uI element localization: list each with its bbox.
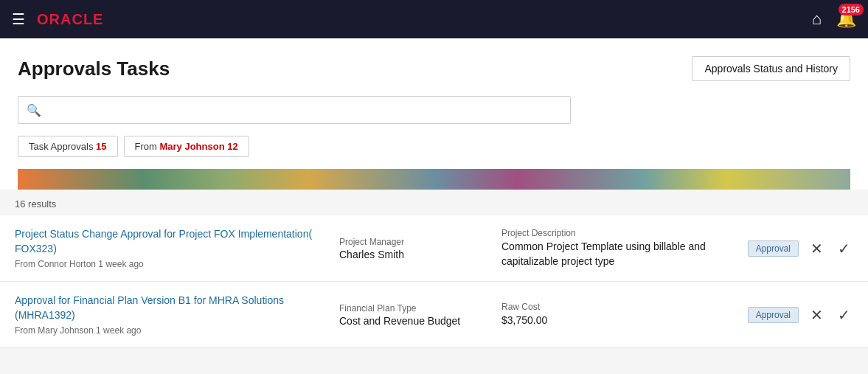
task-desc-2: Raw Cost $3,750.00 [501, 302, 733, 328]
search-container: 🔍 [18, 96, 850, 124]
filter-tab-approvals[interactable]: Task Approvals 15 [18, 136, 118, 157]
task-field-2: Financial Plan Type Cost and Revenue Bud… [339, 303, 487, 327]
oracle-logo: ORACLE [37, 11, 103, 28]
top-navigation: ☰ ORACLE ⌂ 🔔 2156 [0, 0, 868, 38]
page-title: Approvals Tasks [18, 58, 170, 80]
task-list: Project Status Change Approval for Proje… [0, 215, 868, 348]
filter-tab-from-count: 12 [227, 141, 237, 152]
filter-tab-from-label: From [135, 141, 160, 152]
task-from-2: From Mary Johnson 1 week ago [15, 325, 324, 336]
approval-badge-1: Approval [748, 240, 799, 257]
home-icon[interactable]: ⌂ [812, 10, 822, 29]
task-desc-value-2: $3,750.00 [501, 314, 733, 328]
hamburger-icon[interactable]: ☰ [12, 10, 25, 28]
main-content: Approvals Tasks Approvals Status and His… [0, 38, 868, 190]
notification-badge: 2156 [839, 4, 864, 15]
table-row: Approval for Financial Plan Version B1 f… [0, 282, 868, 348]
task-field-label-2: Financial Plan Type [339, 303, 487, 314]
approval-badge-2: Approval [748, 307, 799, 323]
filter-tab-approvals-count: 15 [96, 141, 106, 152]
notification-bell[interactable]: 🔔 2156 [836, 10, 856, 29]
filter-tab-from-name: Mary Johnson [159, 141, 224, 152]
search-icon: 🔍 [27, 103, 41, 117]
color-banner [18, 169, 850, 190]
task-link-1[interactable]: Project Status Change Approval for Proje… [15, 227, 324, 256]
approve-button-1[interactable]: ✓ [835, 237, 853, 260]
task-desc-1: Project Description Common Project Templ… [501, 228, 733, 269]
filter-tab-approvals-label: Task Approvals [29, 141, 93, 152]
nav-left: ☰ ORACLE [12, 10, 103, 28]
approvals-status-button[interactable]: Approvals Status and History [692, 56, 850, 81]
task-actions-2: Approval ✕ ✓ [748, 303, 853, 327]
header-row: Approvals Tasks Approvals Status and His… [18, 56, 850, 81]
task-desc-value-1: Common Project Template using billable a… [501, 240, 733, 269]
task-field-label-1: Project Manager [339, 237, 487, 247]
task-main-1: Project Status Change Approval for Proje… [15, 227, 324, 269]
filter-tab-from-mary[interactable]: From Mary Johnson 12 [124, 136, 249, 157]
approve-button-2[interactable]: ✓ [835, 303, 853, 327]
task-field-value-2: Cost and Revenue Budget [339, 315, 487, 327]
results-count: 16 results [0, 190, 868, 215]
reject-button-2[interactable]: ✕ [808, 303, 826, 327]
reject-button-1[interactable]: ✕ [808, 237, 826, 260]
task-from-1: From Connor Horton 1 week ago [15, 259, 324, 269]
task-field-value-1: Charles Smith [339, 249, 487, 260]
search-input[interactable] [18, 96, 571, 124]
task-desc-label-1: Project Description [501, 228, 733, 238]
filter-tabs: Task Approvals 15 From Mary Johnson 12 [18, 136, 850, 157]
task-field-1: Project Manager Charles Smith [339, 237, 487, 260]
task-desc-label-2: Raw Cost [501, 302, 733, 312]
table-row: Project Status Change Approval for Proje… [0, 215, 868, 282]
results-panel: 16 results Project Status Change Approva… [0, 190, 868, 348]
task-link-2[interactable]: Approval for Financial Plan Version B1 f… [15, 294, 324, 322]
task-actions-1: Approval ✕ ✓ [748, 237, 853, 260]
nav-right: ⌂ 🔔 2156 [812, 10, 856, 29]
task-main-2: Approval for Financial Plan Version B1 f… [15, 294, 324, 336]
